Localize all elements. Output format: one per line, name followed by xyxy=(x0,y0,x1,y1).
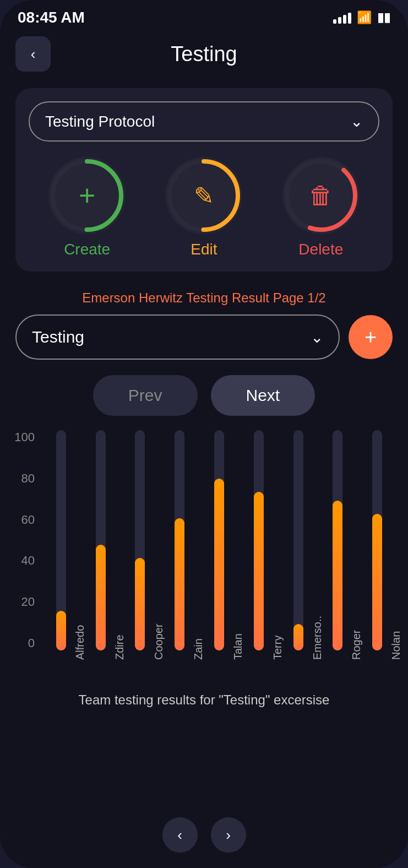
battery-icon: ▮▮ xyxy=(377,10,390,25)
edit-button[interactable]: ✎ Edit xyxy=(165,157,242,258)
chart-area: 100 80 60 40 20 0 Alfredo Zdire Coo xyxy=(11,430,397,683)
prev-page-button[interactable]: ‹ xyxy=(162,817,198,853)
protocol-dropdown[interactable]: Testing Protocol ⌄ xyxy=(29,101,379,142)
protocol-card: Testing Protocol ⌄ + Create xyxy=(15,88,393,272)
back-button[interactable]: ‹ xyxy=(15,36,51,72)
bar-fill xyxy=(372,514,382,650)
bar-fill xyxy=(293,624,303,650)
delete-label: Delete xyxy=(298,241,343,258)
y-label-80: 80 xyxy=(21,471,35,486)
y-label-40: 40 xyxy=(21,554,35,568)
bar-label: Nolan xyxy=(390,627,402,660)
back-icon: ‹ xyxy=(31,46,36,63)
page-title: Testing xyxy=(171,42,237,66)
bottom-nav: ‹ › xyxy=(0,809,408,868)
bar-track xyxy=(56,430,66,650)
status-icons: 📶 ▮▮ xyxy=(333,10,390,25)
bars-area: Alfredo Zdire Cooper Zain Talan xyxy=(41,430,397,683)
y-label-0: 0 xyxy=(28,636,35,650)
bar-fill xyxy=(254,492,264,650)
prev-button[interactable]: Prev xyxy=(93,375,198,416)
chart-caption: Team testing results for "Testing" excer… xyxy=(11,692,397,708)
testing-dropdown[interactable]: Testing ⌄ xyxy=(15,314,340,360)
header: ‹ Testing xyxy=(0,31,408,83)
bar-fill xyxy=(214,479,224,650)
nav-buttons: Prev Next xyxy=(0,375,408,416)
action-buttons: + Create ✎ Edit xyxy=(29,157,379,258)
bar-track xyxy=(333,430,342,650)
chart-container: 100 80 60 40 20 0 Alfredo Zdire Coo xyxy=(0,425,408,809)
create-circle: + xyxy=(48,157,126,234)
y-axis: 100 80 60 40 20 0 xyxy=(11,430,41,683)
bar-fill xyxy=(56,611,66,650)
right-arrow-icon: › xyxy=(226,827,231,844)
bar-group: Cooper xyxy=(121,430,160,650)
wifi-icon: 📶 xyxy=(357,10,372,25)
create-label: Create xyxy=(64,241,110,258)
bar-fill xyxy=(175,518,184,650)
bar-group: Zain xyxy=(160,430,199,650)
left-arrow-icon: ‹ xyxy=(177,827,182,844)
signal-icon xyxy=(333,12,351,24)
time: 08:45 AM xyxy=(18,9,85,26)
bar-fill xyxy=(135,558,145,650)
bar-group: Zdire xyxy=(81,430,121,650)
y-label-60: 60 xyxy=(21,513,35,527)
testing-dropdown-label: Testing xyxy=(32,328,84,346)
testing-row: Testing ⌄ + xyxy=(15,314,393,360)
bar-group: Alfredo xyxy=(41,430,81,650)
chevron-down-icon: ⌄ xyxy=(350,112,363,131)
delete-trash-icon: 🗑 xyxy=(309,182,333,209)
testing-chevron-icon: ⌄ xyxy=(311,328,323,346)
delete-button[interactable]: 🗑 Delete xyxy=(282,157,360,258)
bar-track xyxy=(214,430,224,650)
bar-group: Talan xyxy=(199,430,239,650)
bar-track xyxy=(372,430,382,650)
bar-track xyxy=(96,430,106,650)
delete-circle: 🗑 xyxy=(282,157,360,234)
create-plus-icon: + xyxy=(79,179,95,212)
create-button[interactable]: + Create xyxy=(48,157,126,258)
bar-track xyxy=(135,430,145,650)
edit-circle: ✎ xyxy=(165,157,242,234)
edit-label: Edit xyxy=(191,241,217,258)
bar-group: Nolan xyxy=(357,430,397,650)
bar-track xyxy=(175,430,184,650)
y-label-100: 100 xyxy=(14,430,35,444)
add-button[interactable]: + xyxy=(349,315,393,359)
phone-shell: 08:45 AM 📶 ▮▮ ‹ Testing Testing Protocol… xyxy=(0,0,408,868)
pagination-text: Emerson Herwitz Testing Result Page 1/2 xyxy=(0,290,408,306)
y-label-20: 20 xyxy=(21,595,35,609)
bar-fill xyxy=(333,501,342,650)
bar-group: Terry xyxy=(239,430,279,650)
bar-fill xyxy=(96,545,106,650)
add-plus-icon: + xyxy=(365,327,377,348)
bar-group: Roger xyxy=(318,430,357,650)
next-button[interactable]: Next xyxy=(211,375,315,416)
next-page-button[interactable]: › xyxy=(211,817,246,853)
protocol-dropdown-label: Testing Protocol xyxy=(45,113,155,131)
bar-group: Emerso.. xyxy=(279,430,318,650)
bar-track xyxy=(293,430,303,650)
edit-pencil-icon: ✎ xyxy=(194,182,214,210)
bar-track xyxy=(254,430,264,650)
status-bar: 08:45 AM 📶 ▮▮ xyxy=(0,0,408,31)
